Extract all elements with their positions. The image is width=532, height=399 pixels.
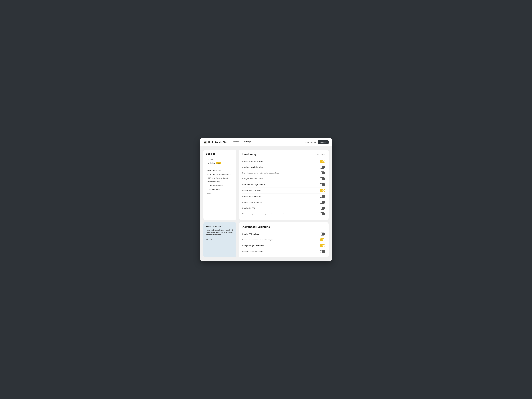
sidebar-item-hardening[interactable]: Hardening New [206,161,234,165]
adv-setting-row-2: Change debug.log file location ✓ [242,243,325,249]
toggle-knob-2 [320,172,322,174]
hardening-title: Hardening [242,152,256,156]
toggle-track-1[interactable] [320,166,325,169]
sidebar-item-new[interactable]: New [206,165,234,169]
instructions-link[interactable]: Instructions [317,153,325,155]
sidebar-item-permissions-policy[interactable]: Permissions Policy [206,180,234,184]
toggle-4[interactable] [320,183,325,186]
toggle-9[interactable] [320,212,325,215]
adv-setting-label-3: Disable application passwords [242,251,264,253]
setting-row-1: Disable the built-in file editors [242,164,325,170]
toggle-track-7[interactable] [320,201,325,204]
sidebar-menu: General Hardening New New Mixed Content … [206,158,234,195]
sidebar-item-cross-origin-policy[interactable]: Cross Origin Policy [206,187,234,191]
more-info-link[interactable]: More info [206,238,212,240]
hardening-new-badge: New [216,162,221,164]
adv-toggle-knob-0 [320,233,322,235]
setting-row-0: Disable "anyone can register" ✓ [242,158,325,164]
support-button[interactable]: Support [318,140,329,144]
sidebar-item-mixed-content-scan-label: Mixed Content Scan [207,170,221,171]
toggle-track-5[interactable]: ✓ [320,189,325,192]
toggle-0[interactable]: ✓ [320,160,325,163]
sidebar-item-license[interactable]: License [206,191,234,195]
adv-setting-label-1: Rename and randomize your database prefi… [242,239,274,241]
sidebar-item-mixed-content-scan[interactable]: Mixed Content Scan [206,169,234,172]
adv-toggle-check-2: ✓ [323,245,324,247]
sidebar-item-recommended-security-headers-label: Recommended Security Headers [207,173,230,175]
toggle-track-2[interactable] [320,171,325,174]
adv-toggle-1[interactable]: ✓ [320,238,325,241]
toggle-track-3[interactable] [320,177,325,180]
about-text: Hardening features limit the possibility… [206,229,234,236]
setting-label-1: Disable the built-in file editors [242,166,263,168]
sidebar-item-http-strict-transport-security[interactable]: HTTP Strict Transport Security [206,176,234,180]
hardening-card: Hardening Instructions Disable "anyone c… [239,150,329,220]
setting-label-0: Disable "anyone can register" [242,160,263,162]
adv-toggle-knob-2: ✓ [323,245,325,247]
toggle-track-9[interactable] [320,212,325,215]
app-window: Really Simple SSL Dashboard Settings Doc… [200,138,332,261]
nav-dashboard[interactable]: Dashboard [232,141,240,143]
toggle-knob-4 [320,184,322,186]
toggle-5[interactable]: ✓ [320,189,325,192]
toggle-knob-3 [320,178,322,180]
adv-toggle-0[interactable] [320,233,325,235]
toggle-3[interactable] [320,177,325,180]
adv-toggle-3[interactable] [320,250,325,253]
setting-label-8: Disable XML-RPC [242,207,255,209]
toggle-7[interactable] [320,201,325,204]
toggle-knob-7 [320,201,322,203]
setting-label-9: Block user registrations when login and … [242,213,290,215]
adv-toggle-knob-3 [320,250,322,253]
toggle-1[interactable] [320,166,325,169]
adv-setting-label-0: Disable HTTP methods [242,233,259,235]
sidebar-item-http-strict-transport-security-label: HTTP Strict Transport Security [207,177,228,179]
adv-setting-row-3: Disable application passwords [242,249,325,254]
main-content: Settings General Hardening New New Mixed… [200,146,332,261]
advanced-hardening-title: Advanced Hardening [242,225,325,228]
setting-row-2: Prevent code execution in the public 'Up… [242,170,325,176]
sidebar-item-cross-origin-policy-label: Cross Origin Policy [207,188,221,190]
adv-toggle-track-0[interactable] [320,233,325,235]
toggle-knob-1 [320,166,322,168]
nav-settings[interactable]: Settings [244,141,251,143]
setting-label-7: Rename 'admin' usernames [242,201,262,203]
toggle-2[interactable] [320,171,325,174]
toggle-check-5: ✓ [323,190,324,191]
toggle-8[interactable] [320,207,325,209]
adv-toggle-track-1[interactable]: ✓ [320,238,325,241]
adv-setting-row-0: Disable HTTP methods [242,231,325,237]
toggle-track-8[interactable] [320,207,325,209]
header: Really Simple SSL Dashboard Settings Doc… [200,138,332,146]
toggle-track-6[interactable] [320,195,325,198]
setting-label-5: Disable directory browsing [242,190,261,191]
documentation-link[interactable]: Documentation [305,141,316,143]
adv-setting-row-1: Rename and randomize your database prefi… [242,237,325,243]
sidebar-settings-card: Settings General Hardening New New Mixed… [203,150,236,220]
advanced-settings-list: Disable HTTP methods Rename and randomiz… [242,231,325,254]
toggle-knob-8 [320,207,322,209]
adv-toggle-2[interactable]: ✓ [320,244,325,247]
sidebar-item-content-security-policy[interactable]: Content Security Policy [206,184,234,187]
sidebar-item-hardening-label: Hardening [207,162,215,164]
setting-row-7: Rename 'admin' usernames [242,199,325,205]
main-nav: Dashboard Settings [232,141,305,143]
setting-label-6: Disable user enumeration [242,195,260,197]
setting-row-5: Disable directory browsing ✓ [242,188,325,194]
toggle-knob-5: ✓ [323,189,325,192]
setting-row-4: Prevent exposed login feedback [242,182,325,188]
header-right: Documentation Support [305,140,329,144]
sidebar-item-recommended-security-headers[interactable]: Recommended Security Headers [206,172,234,176]
adv-toggle-track-2[interactable]: ✓ [320,244,325,247]
setting-label-3: Hide your WordPress version [242,178,263,180]
toggle-knob-0: ✓ [323,160,325,162]
sidebar-item-general[interactable]: General [206,158,234,161]
sidebar-item-general-label: General [207,158,213,160]
toggle-6[interactable] [320,195,325,198]
logo-icon [203,140,207,144]
toggle-track-0[interactable]: ✓ [320,160,325,163]
adv-toggle-track-3[interactable] [320,250,325,253]
logo-area: Really Simple SSL [203,140,227,144]
toggle-track-4[interactable] [320,183,325,186]
toggle-knob-9 [320,213,322,215]
